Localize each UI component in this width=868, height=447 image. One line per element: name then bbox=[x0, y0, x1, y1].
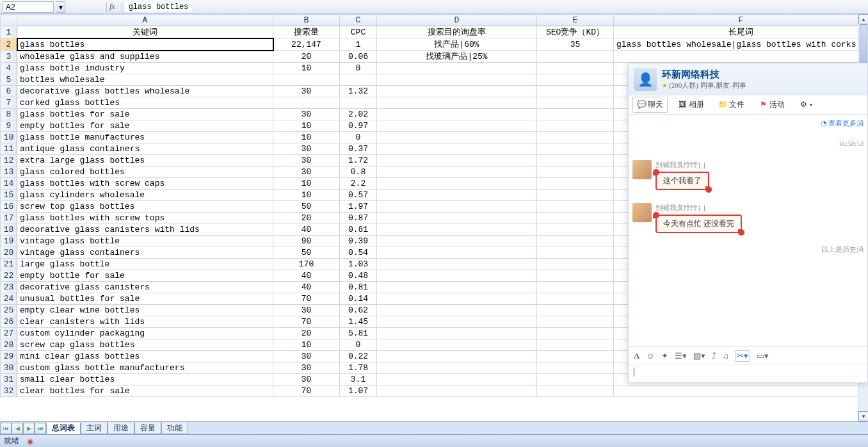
row-header-11[interactable]: 11 bbox=[1, 143, 17, 155]
row-header-27[interactable]: 27 bbox=[1, 328, 17, 339]
cell-E12[interactable] bbox=[537, 155, 614, 167]
cell-E7[interactable] bbox=[537, 97, 614, 109]
cell-D2[interactable]: 找产品|60% bbox=[377, 38, 537, 51]
user-avatar-icon[interactable] bbox=[632, 203, 652, 222]
cell-A19[interactable]: vintage glass bottle bbox=[17, 236, 273, 247]
cell-A26[interactable]: clear canisters with lids bbox=[17, 316, 273, 328]
music-icon[interactable]: ♫ bbox=[723, 351, 729, 361]
tab-nav-first[interactable]: ⏮ bbox=[0, 423, 12, 434]
cell-C11[interactable]: 0.37 bbox=[340, 143, 377, 155]
cell-A3[interactable]: wholesale glass and supplies bbox=[17, 51, 273, 63]
cell-D6[interactable] bbox=[377, 86, 537, 97]
cell-D3[interactable]: 找玻璃产品|25% bbox=[377, 51, 537, 63]
cell-C12[interactable]: 1.72 bbox=[340, 155, 377, 167]
cell-C7[interactable] bbox=[340, 97, 377, 109]
record-macro-icon[interactable]: ◉ bbox=[27, 437, 33, 446]
cell-A16[interactable]: screw top glass bottles bbox=[17, 201, 273, 213]
cell-C4[interactable]: 0 bbox=[340, 63, 377, 74]
view-more-link[interactable]: ◔查看更多消 bbox=[632, 118, 864, 128]
cell-B32[interactable]: 70 bbox=[273, 386, 340, 397]
row-header-14[interactable]: 14 bbox=[1, 178, 17, 190]
tab-nav-prev[interactable]: ◀ bbox=[12, 423, 23, 434]
sheet-tab[interactable]: 用途 bbox=[108, 423, 134, 434]
cell-D13[interactable] bbox=[377, 167, 537, 178]
cell-C15[interactable]: 0.57 bbox=[340, 190, 377, 201]
row-header-9[interactable]: 9 bbox=[1, 120, 17, 132]
cell-A12[interactable]: extra large glass bottles bbox=[17, 155, 273, 167]
image-icon[interactable]: ▧▾ bbox=[693, 351, 705, 361]
cell-B28[interactable]: 10 bbox=[273, 339, 340, 351]
cell-D1[interactable]: 搜索目的询盘率 bbox=[377, 26, 537, 38]
cell-D21[interactable] bbox=[377, 259, 537, 270]
cell-D26[interactable] bbox=[377, 316, 537, 328]
cell-D9[interactable] bbox=[377, 120, 537, 132]
row-header-4[interactable]: 4 bbox=[1, 63, 17, 74]
cell-E10[interactable] bbox=[537, 132, 614, 143]
cell-B3[interactable]: 20 bbox=[273, 51, 340, 63]
name-box[interactable]: A2 bbox=[3, 1, 54, 13]
cell-E24[interactable] bbox=[537, 293, 614, 305]
cell-C21[interactable]: 1.03 bbox=[340, 259, 377, 270]
cell-B21[interactable]: 170 bbox=[273, 259, 340, 270]
cell-C32[interactable]: 1.07 bbox=[340, 386, 377, 397]
row-header-25[interactable]: 25 bbox=[1, 305, 17, 316]
cell-B20[interactable]: 50 bbox=[273, 247, 340, 259]
fx-icon[interactable]: fx bbox=[109, 2, 115, 12]
row-header-1[interactable]: 1 bbox=[1, 26, 17, 38]
cell-C14[interactable]: 2.2 bbox=[340, 178, 377, 190]
cell-D17[interactable] bbox=[377, 213, 537, 224]
scroll-down-icon[interactable]: ▼ bbox=[858, 411, 868, 421]
cell-C31[interactable]: 3.1 bbox=[340, 374, 377, 386]
cell-C18[interactable]: 0.81 bbox=[340, 224, 377, 236]
cell-C8[interactable]: 2.02 bbox=[340, 109, 377, 120]
row-header-21[interactable]: 21 bbox=[1, 259, 17, 270]
cell-E21[interactable] bbox=[537, 259, 614, 270]
cell-E6[interactable] bbox=[537, 86, 614, 97]
cell-D22[interactable] bbox=[377, 270, 537, 282]
cell-A14[interactable]: glass bottles with screw caps bbox=[17, 178, 273, 190]
row-header-12[interactable]: 12 bbox=[1, 155, 17, 167]
cell-A6[interactable]: decorative glass bottles wholesale bbox=[17, 86, 273, 97]
cell-B27[interactable]: 20 bbox=[273, 328, 340, 339]
row-header-8[interactable]: 8 bbox=[1, 109, 17, 120]
cell-E28[interactable] bbox=[537, 339, 614, 351]
cell-C17[interactable]: 0.87 bbox=[340, 213, 377, 224]
chat-input[interactable] bbox=[629, 364, 867, 382]
cell-C29[interactable]: 0.22 bbox=[340, 351, 377, 362]
cell-A30[interactable]: custom glass bottle manufacturers bbox=[17, 362, 273, 374]
cell-A11[interactable]: antique glass containers bbox=[17, 143, 273, 155]
select-all-corner[interactable] bbox=[1, 15, 17, 26]
cell-E13[interactable] bbox=[537, 167, 614, 178]
column-header-E[interactable]: E bbox=[537, 15, 614, 26]
scroll-up-icon[interactable]: ▲ bbox=[858, 14, 868, 24]
cell-C13[interactable]: 0.8 bbox=[340, 167, 377, 178]
cell-B14[interactable]: 10 bbox=[273, 178, 340, 190]
cell-C16[interactable]: 1.97 bbox=[340, 201, 377, 213]
cell-B16[interactable]: 50 bbox=[273, 201, 340, 213]
cell-E29[interactable] bbox=[537, 351, 614, 362]
cell-B8[interactable]: 30 bbox=[273, 109, 340, 120]
row-header-18[interactable]: 18 bbox=[1, 224, 17, 236]
cell-B2[interactable]: 22,147 bbox=[273, 38, 340, 51]
cell-B31[interactable]: 30 bbox=[273, 374, 340, 386]
cell-A31[interactable]: small clear bottles bbox=[17, 374, 273, 386]
cell-A23[interactable]: decorative glass canisters bbox=[17, 282, 273, 293]
cell-E8[interactable] bbox=[537, 109, 614, 120]
row-header-28[interactable]: 28 bbox=[1, 339, 17, 351]
cell-A9[interactable]: empty bottles for sale bbox=[17, 120, 273, 132]
cell-B19[interactable]: 90 bbox=[273, 236, 340, 247]
row-header-22[interactable]: 22 bbox=[1, 270, 17, 282]
user-avatar-icon[interactable] bbox=[632, 160, 652, 179]
cell-D25[interactable] bbox=[377, 305, 537, 316]
cell-E2[interactable]: 35 bbox=[537, 38, 614, 51]
row-header-32[interactable]: 32 bbox=[1, 386, 17, 397]
name-box-dropdown[interactable]: ▾ bbox=[56, 1, 65, 13]
emoji-icon[interactable]: ☺ bbox=[646, 351, 654, 361]
cell-E17[interactable] bbox=[537, 213, 614, 224]
cell-B5[interactable] bbox=[273, 74, 340, 86]
cell-A1[interactable]: 关键词 bbox=[17, 26, 273, 38]
cell-D16[interactable] bbox=[377, 201, 537, 213]
cell-E11[interactable] bbox=[537, 143, 614, 155]
cell-A29[interactable]: mini clear glass bottles bbox=[17, 351, 273, 362]
cell-B4[interactable]: 10 bbox=[273, 63, 340, 74]
